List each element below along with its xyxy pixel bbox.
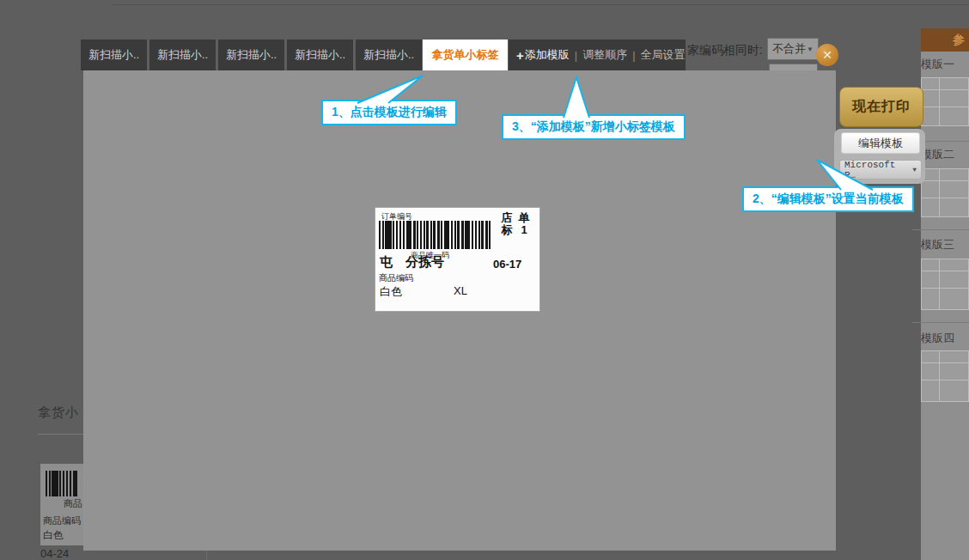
- sorting-number-value: 06-17: [493, 258, 521, 271]
- card-date: 04-24: [40, 547, 69, 560]
- color-value: 白色: [380, 284, 402, 300]
- merge-option-select[interactable]: 不合并 ▼: [767, 38, 819, 60]
- toolbar-separator: |: [632, 49, 635, 62]
- close-icon: ✕: [822, 48, 832, 62]
- barcode-image: [379, 221, 491, 249]
- tab-pickup-label-active[interactable]: 拿货单小标签: [423, 40, 508, 70]
- table-border-fragment: [206, 551, 207, 560]
- section-heading: 拿货小: [38, 405, 79, 421]
- toolbar-separator: |: [575, 49, 577, 62]
- add-template-button[interactable]: 添加模版: [525, 47, 570, 63]
- template-preview-1[interactable]: [921, 77, 969, 126]
- shop-mark-col-2: 单1: [518, 212, 530, 236]
- page-top-border: [112, 4, 969, 5]
- sidebar-item-template-1: 模版一: [921, 57, 954, 72]
- shop-mark-col-1: 店标: [501, 212, 513, 236]
- barcode-image: [46, 471, 77, 496]
- global-settings-button[interactable]: 全局设置: [641, 47, 686, 63]
- callout-step-1: 1、点击模板进行编辑: [321, 100, 457, 125]
- tab-scan-label-4[interactable]: 新扫描小..: [287, 40, 353, 70]
- printer-select[interactable]: Microsoft P… ▼: [839, 160, 922, 180]
- sorting-number-label: 屯 分拣号: [380, 254, 444, 271]
- template-preview-3[interactable]: [921, 259, 969, 310]
- tab-scan-label-3[interactable]: 新扫描小..: [218, 40, 284, 70]
- sidebar-item-template-2: 模版二: [921, 147, 954, 162]
- tab-scan-label-5[interactable]: 新扫描小..: [356, 40, 422, 70]
- sidebar-item-template-4: 模版四: [921, 331, 954, 346]
- callout-step-2: 2、“编辑模板”设置当前模板: [742, 186, 914, 212]
- merge-option-label: 家编码相同时:: [687, 43, 763, 58]
- close-button[interactable]: ✕: [816, 44, 838, 66]
- size-value: XL: [454, 284, 467, 297]
- card-color-value: 白色: [43, 528, 64, 543]
- heading-underline: [38, 434, 89, 435]
- shop-mark: 店标 单1: [501, 212, 530, 236]
- chevron-down-icon: ▼: [912, 166, 917, 173]
- screen: 家编码相同时: 不合并 ▼ 参 模版一 模版二 模版三 模版四 拿货小 商品 商…: [0, 0, 969, 560]
- callout-step-3: 3、“添加模板”新增小标签模板: [502, 114, 686, 140]
- template-toolbar: + 添加模版 | 调整顺序 | 全局设置: [509, 40, 686, 70]
- tab-scan-label-1[interactable]: 新扫描小..: [81, 40, 147, 70]
- template-preview-2[interactable]: [921, 168, 969, 217]
- product-code-label: 商品编码: [379, 272, 413, 284]
- plus-icon: +: [516, 48, 524, 63]
- card-partial-label: 商品: [64, 497, 82, 510]
- sidebar-header: 参: [921, 28, 969, 52]
- sidebar-item-template-3: 模版三: [921, 237, 954, 253]
- merge-option-value: 不合并: [772, 41, 806, 57]
- hidden-select-fragment: [769, 64, 818, 70]
- edit-template-button[interactable]: 编辑模板: [841, 132, 920, 154]
- print-now-button[interactable]: 现在打印: [839, 87, 923, 127]
- template-preview-4[interactable]: [921, 350, 969, 402]
- tab-scan-label-2[interactable]: 新扫描小..: [149, 40, 216, 70]
- label-preview: 订单编号 店标 单1 商品唯一码 屯 分拣号 06-17 商品编码 白色 XL: [375, 208, 539, 311]
- sidebar-divider: [912, 322, 969, 323]
- adjust-order-button[interactable]: 调整顺序: [582, 47, 627, 63]
- card-product-code-label: 商品编码: [43, 514, 81, 527]
- printer-name: Microsoft P…: [844, 160, 912, 180]
- chevron-down-icon: ▼: [807, 46, 814, 53]
- sidebar-divider: [912, 229, 969, 230]
